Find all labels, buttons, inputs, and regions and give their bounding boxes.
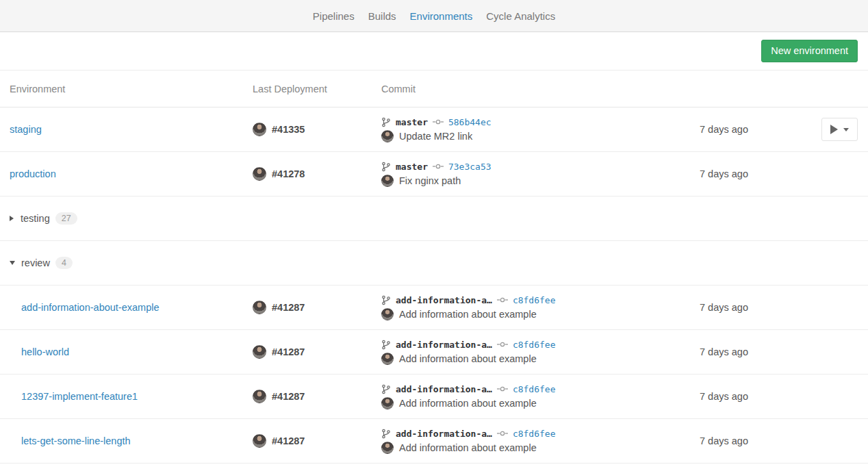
environment-link[interactable]: production bbox=[10, 168, 56, 179]
commit-sha-link[interactable]: c8fd6fee bbox=[513, 384, 556, 394]
deployment-id-link[interactable]: #41287 bbox=[272, 435, 305, 446]
deployment-id-link[interactable]: #41287 bbox=[272, 391, 305, 402]
git-branch-icon bbox=[381, 162, 391, 172]
avatar bbox=[253, 123, 266, 136]
new-environment-button[interactable]: New environment bbox=[761, 40, 858, 63]
environment-row-hello-world: hello-world #41287 add-information-a… c8… bbox=[0, 330, 868, 375]
environment-row-add-information-about-example: add-information-about-example #41287 add… bbox=[0, 286, 868, 330]
avatar bbox=[381, 442, 394, 454]
branch-name: master bbox=[396, 162, 428, 172]
git-branch-icon bbox=[381, 340, 391, 350]
tab-builds[interactable]: Builds bbox=[368, 10, 396, 22]
branch-name: add-information-a… bbox=[396, 429, 492, 439]
environment-row-12397-implement-feature1: 12397-implement-feature1 #41287 add-info… bbox=[0, 375, 868, 419]
table-header-row: Environment Last Deployment Commit bbox=[0, 71, 868, 107]
commit-message: Fix nginx path bbox=[399, 175, 461, 186]
environment-link[interactable]: 12397-implement-feature1 bbox=[21, 391, 138, 402]
environments-table: Environment Last Deployment Commit stagi… bbox=[0, 71, 868, 464]
avatar bbox=[253, 345, 266, 359]
environment-link[interactable]: hello-world bbox=[21, 346, 69, 357]
avatar bbox=[381, 353, 394, 365]
manual-action-dropdown-button[interactable] bbox=[821, 118, 858, 141]
git-branch-icon bbox=[381, 429, 391, 439]
environment-row-staging: staging #41335 master 586b44ec Update MR… bbox=[0, 107, 868, 152]
commit-sha-link[interactable]: c8fd6fee bbox=[513, 340, 556, 350]
environment-row-production: production #41278 master 73e3ca53 Fix ng… bbox=[0, 152, 868, 197]
branch-name: add-information-a… bbox=[396, 295, 492, 305]
git-commit-icon bbox=[497, 430, 508, 437]
commit-message: Add information about example bbox=[399, 309, 537, 320]
environment-link[interactable]: add-information-about-example bbox=[21, 302, 159, 313]
commit-message: Add information about example bbox=[399, 398, 537, 409]
git-branch-icon bbox=[381, 117, 391, 127]
environment-group-review[interactable]: review 4 bbox=[0, 241, 868, 286]
time-ago: 7 days ago bbox=[682, 346, 782, 357]
project-nav: Pipelines Builds Environments Cycle Anal… bbox=[0, 0, 868, 32]
deployment-id-link[interactable]: #41287 bbox=[272, 302, 305, 313]
caret-down-icon bbox=[10, 261, 15, 265]
branch-name: master bbox=[396, 117, 428, 127]
deployment-id-link[interactable]: #41335 bbox=[272, 124, 305, 135]
avatar bbox=[381, 397, 394, 409]
git-branch-icon bbox=[381, 295, 391, 305]
header-environment: Environment bbox=[0, 84, 253, 94]
git-branch-icon bbox=[381, 384, 391, 394]
commit-sha-link[interactable]: c8fd6fee bbox=[513, 295, 556, 305]
avatar bbox=[253, 390, 266, 403]
environment-row-lets-get-some-line-length: lets-get-some-line-length #41287 add-inf… bbox=[0, 419, 868, 464]
commit-message: Add information about example bbox=[399, 442, 537, 453]
time-ago: 7 days ago bbox=[682, 302, 782, 313]
avatar bbox=[381, 175, 394, 187]
git-commit-icon bbox=[433, 118, 444, 125]
deployment-id-link[interactable]: #41287 bbox=[272, 346, 305, 357]
commit-message: Add information about example bbox=[399, 353, 537, 364]
commit-message: Update MR2 link bbox=[399, 131, 472, 142]
header-last-deployment: Last Deployment bbox=[253, 84, 381, 94]
time-ago: 7 days ago bbox=[682, 435, 782, 446]
time-ago: 7 days ago bbox=[682, 391, 782, 402]
avatar bbox=[253, 434, 266, 448]
group-name: review bbox=[21, 257, 50, 268]
environment-link[interactable]: lets-get-some-line-length bbox=[21, 435, 131, 446]
chevron-down-icon bbox=[843, 128, 849, 131]
environment-link[interactable]: staging bbox=[10, 124, 42, 135]
branch-name: add-information-a… bbox=[396, 340, 492, 350]
group-name: testing bbox=[21, 213, 50, 224]
header-commit: Commit bbox=[381, 84, 682, 94]
toolbar: New environment bbox=[0, 32, 868, 71]
avatar bbox=[253, 167, 266, 181]
deployment-id-link[interactable]: #41278 bbox=[272, 168, 305, 179]
git-commit-icon bbox=[497, 296, 508, 303]
avatar bbox=[253, 301, 266, 314]
time-ago: 7 days ago bbox=[682, 124, 782, 135]
commit-sha-link[interactable]: 586b44ec bbox=[448, 117, 492, 127]
tab-pipelines[interactable]: Pipelines bbox=[313, 10, 355, 22]
git-commit-icon bbox=[497, 385, 508, 392]
git-commit-icon bbox=[497, 341, 508, 348]
tab-environments[interactable]: Environments bbox=[410, 10, 473, 22]
branch-name: add-information-a… bbox=[396, 384, 492, 394]
group-count-badge: 27 bbox=[55, 212, 77, 225]
play-icon bbox=[830, 125, 838, 134]
time-ago: 7 days ago bbox=[682, 168, 782, 179]
environment-group-testing[interactable]: testing 27 bbox=[0, 197, 868, 241]
commit-sha-link[interactable]: 73e3ca53 bbox=[448, 162, 492, 172]
avatar bbox=[381, 130, 394, 142]
group-count-badge: 4 bbox=[55, 257, 73, 269]
commit-sha-link[interactable]: c8fd6fee bbox=[513, 429, 556, 439]
git-commit-icon bbox=[433, 163, 444, 170]
tab-cycle-analytics[interactable]: Cycle Analytics bbox=[486, 10, 555, 22]
avatar bbox=[381, 308, 394, 320]
caret-right-icon bbox=[10, 216, 14, 221]
